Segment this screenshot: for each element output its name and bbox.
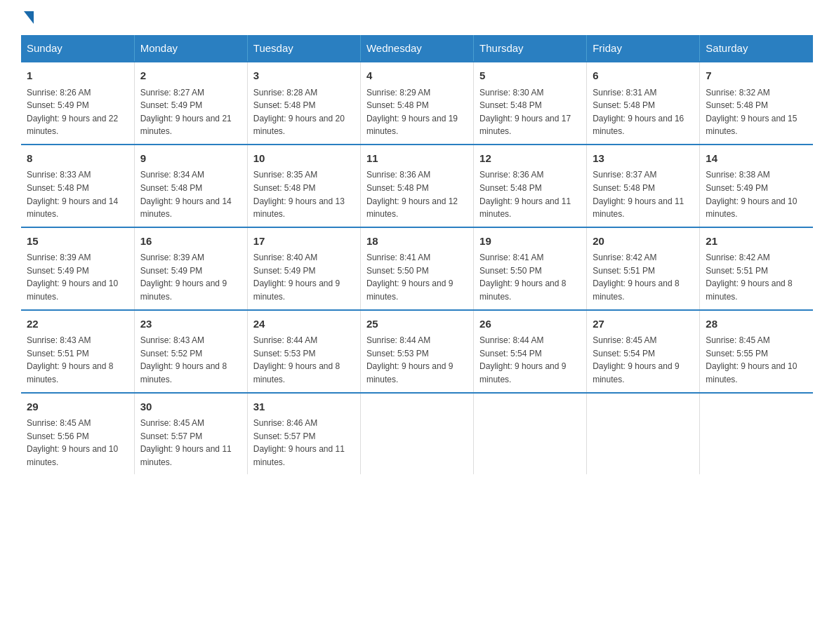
calendar-cell: 17Sunrise: 8:40 AMSunset: 5:49 PMDayligh… bbox=[247, 227, 360, 310]
day-info: Sunrise: 8:44 AMSunset: 5:53 PMDaylight:… bbox=[366, 334, 468, 386]
calendar-cell: 27Sunrise: 8:45 AMSunset: 5:54 PMDayligh… bbox=[587, 310, 700, 393]
header-thursday: Thursday bbox=[474, 35, 587, 62]
day-number: 21 bbox=[706, 234, 807, 250]
day-info: Sunrise: 8:32 AMSunset: 5:48 PMDaylight:… bbox=[706, 86, 807, 138]
calendar-cell: 29Sunrise: 8:45 AMSunset: 5:56 PMDayligh… bbox=[21, 393, 134, 475]
day-info: Sunrise: 8:42 AMSunset: 5:51 PMDaylight:… bbox=[593, 251, 694, 303]
day-info: Sunrise: 8:45 AMSunset: 5:56 PMDaylight:… bbox=[27, 417, 128, 469]
calendar-cell: 11Sunrise: 8:36 AMSunset: 5:48 PMDayligh… bbox=[360, 145, 473, 227]
day-info: Sunrise: 8:40 AMSunset: 5:49 PMDaylight:… bbox=[253, 251, 355, 303]
calendar-week-row: 29Sunrise: 8:45 AMSunset: 5:56 PMDayligh… bbox=[21, 393, 813, 475]
calendar-cell: 14Sunrise: 8:38 AMSunset: 5:49 PMDayligh… bbox=[700, 145, 813, 227]
calendar-cell: 25Sunrise: 8:44 AMSunset: 5:53 PMDayligh… bbox=[360, 310, 473, 393]
day-number: 15 bbox=[27, 234, 128, 250]
day-info: Sunrise: 8:44 AMSunset: 5:53 PMDaylight:… bbox=[253, 334, 355, 386]
calendar-cell bbox=[587, 393, 700, 475]
day-info: Sunrise: 8:31 AMSunset: 5:48 PMDaylight:… bbox=[593, 86, 694, 138]
day-number: 30 bbox=[140, 399, 241, 415]
day-number: 8 bbox=[27, 151, 128, 167]
day-number: 16 bbox=[140, 234, 241, 250]
day-info: Sunrise: 8:26 AMSunset: 5:49 PMDaylight:… bbox=[27, 86, 128, 138]
calendar-cell: 9Sunrise: 8:34 AMSunset: 5:48 PMDaylight… bbox=[134, 145, 247, 227]
day-number: 4 bbox=[366, 68, 468, 84]
calendar-cell: 24Sunrise: 8:44 AMSunset: 5:53 PMDayligh… bbox=[247, 310, 360, 393]
day-info: Sunrise: 8:27 AMSunset: 5:49 PMDaylight:… bbox=[140, 86, 241, 138]
calendar-cell: 1Sunrise: 8:26 AMSunset: 5:49 PMDaylight… bbox=[21, 62, 134, 145]
calendar-week-row: 15Sunrise: 8:39 AMSunset: 5:49 PMDayligh… bbox=[21, 227, 813, 310]
day-info: Sunrise: 8:36 AMSunset: 5:48 PMDaylight:… bbox=[366, 168, 468, 220]
calendar-cell: 10Sunrise: 8:35 AMSunset: 5:48 PMDayligh… bbox=[247, 145, 360, 227]
calendar-header-row: SundayMondayTuesdayWednesdayThursdayFrid… bbox=[21, 35, 813, 62]
day-info: Sunrise: 8:38 AMSunset: 5:49 PMDaylight:… bbox=[706, 168, 807, 220]
day-info: Sunrise: 8:45 AMSunset: 5:57 PMDaylight:… bbox=[140, 417, 241, 469]
day-info: Sunrise: 8:33 AMSunset: 5:48 PMDaylight:… bbox=[27, 168, 128, 220]
header-sunday: Sunday bbox=[21, 35, 134, 62]
calendar-cell: 13Sunrise: 8:37 AMSunset: 5:48 PMDayligh… bbox=[587, 145, 700, 227]
day-info: Sunrise: 8:45 AMSunset: 5:55 PMDaylight:… bbox=[706, 334, 807, 386]
day-number: 27 bbox=[593, 316, 694, 333]
header-wednesday: Wednesday bbox=[360, 35, 473, 62]
calendar-cell: 2Sunrise: 8:27 AMSunset: 5:49 PMDaylight… bbox=[134, 62, 247, 145]
day-number: 19 bbox=[479, 234, 581, 250]
day-number: 1 bbox=[27, 68, 128, 84]
calendar-week-row: 8Sunrise: 8:33 AMSunset: 5:48 PMDaylight… bbox=[21, 145, 813, 227]
day-number: 3 bbox=[253, 68, 355, 84]
day-number: 17 bbox=[253, 234, 355, 250]
day-number: 2 bbox=[140, 68, 241, 84]
day-number: 11 bbox=[366, 151, 468, 167]
day-info: Sunrise: 8:45 AMSunset: 5:54 PMDaylight:… bbox=[593, 334, 694, 386]
day-number: 22 bbox=[27, 316, 128, 333]
day-info: Sunrise: 8:28 AMSunset: 5:48 PMDaylight:… bbox=[253, 86, 355, 138]
day-info: Sunrise: 8:34 AMSunset: 5:48 PMDaylight:… bbox=[140, 168, 241, 220]
day-info: Sunrise: 8:44 AMSunset: 5:54 PMDaylight:… bbox=[479, 334, 581, 386]
calendar-cell: 31Sunrise: 8:46 AMSunset: 5:57 PMDayligh… bbox=[247, 393, 360, 475]
day-number: 6 bbox=[593, 68, 694, 84]
day-number: 12 bbox=[479, 151, 581, 167]
day-info: Sunrise: 8:37 AMSunset: 5:48 PMDaylight:… bbox=[593, 168, 694, 220]
day-info: Sunrise: 8:36 AMSunset: 5:48 PMDaylight:… bbox=[479, 168, 581, 220]
day-info: Sunrise: 8:46 AMSunset: 5:57 PMDaylight:… bbox=[253, 417, 355, 469]
header-saturday: Saturday bbox=[700, 35, 813, 62]
calendar-cell: 8Sunrise: 8:33 AMSunset: 5:48 PMDaylight… bbox=[21, 145, 134, 227]
day-info: Sunrise: 8:35 AMSunset: 5:48 PMDaylight:… bbox=[253, 168, 355, 220]
day-info: Sunrise: 8:41 AMSunset: 5:50 PMDaylight:… bbox=[479, 251, 581, 303]
day-info: Sunrise: 8:43 AMSunset: 5:52 PMDaylight:… bbox=[140, 334, 241, 386]
calendar-cell: 5Sunrise: 8:30 AMSunset: 5:48 PMDaylight… bbox=[474, 62, 587, 145]
day-number: 23 bbox=[140, 316, 241, 333]
calendar-cell: 23Sunrise: 8:43 AMSunset: 5:52 PMDayligh… bbox=[134, 310, 247, 393]
day-number: 31 bbox=[253, 399, 355, 415]
day-number: 18 bbox=[366, 234, 468, 250]
day-number: 29 bbox=[27, 399, 128, 415]
calendar-cell bbox=[474, 393, 587, 475]
calendar-cell: 21Sunrise: 8:42 AMSunset: 5:51 PMDayligh… bbox=[700, 227, 813, 310]
calendar-cell: 28Sunrise: 8:45 AMSunset: 5:55 PMDayligh… bbox=[700, 310, 813, 393]
calendar-cell: 6Sunrise: 8:31 AMSunset: 5:48 PMDaylight… bbox=[587, 62, 700, 145]
day-number: 13 bbox=[593, 151, 694, 167]
calendar-cell: 26Sunrise: 8:44 AMSunset: 5:54 PMDayligh… bbox=[474, 310, 587, 393]
day-info: Sunrise: 8:41 AMSunset: 5:50 PMDaylight:… bbox=[366, 251, 468, 303]
day-info: Sunrise: 8:42 AMSunset: 5:51 PMDaylight:… bbox=[706, 251, 807, 303]
calendar-cell: 3Sunrise: 8:28 AMSunset: 5:48 PMDaylight… bbox=[247, 62, 360, 145]
calendar-cell: 7Sunrise: 8:32 AMSunset: 5:48 PMDaylight… bbox=[700, 62, 813, 145]
day-info: Sunrise: 8:39 AMSunset: 5:49 PMDaylight:… bbox=[27, 251, 128, 303]
day-info: Sunrise: 8:30 AMSunset: 5:48 PMDaylight:… bbox=[479, 86, 581, 138]
calendar-cell: 30Sunrise: 8:45 AMSunset: 5:57 PMDayligh… bbox=[134, 393, 247, 475]
calendar-table: SundayMondayTuesdayWednesdayThursdayFrid… bbox=[21, 35, 813, 474]
calendar-cell: 15Sunrise: 8:39 AMSunset: 5:49 PMDayligh… bbox=[21, 227, 134, 310]
day-number: 10 bbox=[253, 151, 355, 167]
day-number: 9 bbox=[140, 151, 241, 167]
calendar-cell bbox=[700, 393, 813, 475]
calendar-cell: 22Sunrise: 8:43 AMSunset: 5:51 PMDayligh… bbox=[21, 310, 134, 393]
header-monday: Monday bbox=[134, 35, 247, 62]
calendar-cell: 16Sunrise: 8:39 AMSunset: 5:49 PMDayligh… bbox=[134, 227, 247, 310]
calendar-cell: 4Sunrise: 8:29 AMSunset: 5:48 PMDaylight… bbox=[360, 62, 473, 145]
header bbox=[21, 14, 813, 24]
day-info: Sunrise: 8:43 AMSunset: 5:51 PMDaylight:… bbox=[27, 334, 128, 386]
logo-triangle-icon bbox=[24, 11, 34, 24]
day-info: Sunrise: 8:29 AMSunset: 5:48 PMDaylight:… bbox=[366, 86, 468, 138]
calendar-week-row: 1Sunrise: 8:26 AMSunset: 5:49 PMDaylight… bbox=[21, 62, 813, 145]
logo bbox=[21, 14, 34, 24]
header-tuesday: Tuesday bbox=[247, 35, 360, 62]
calendar-cell: 20Sunrise: 8:42 AMSunset: 5:51 PMDayligh… bbox=[587, 227, 700, 310]
header-friday: Friday bbox=[587, 35, 700, 62]
